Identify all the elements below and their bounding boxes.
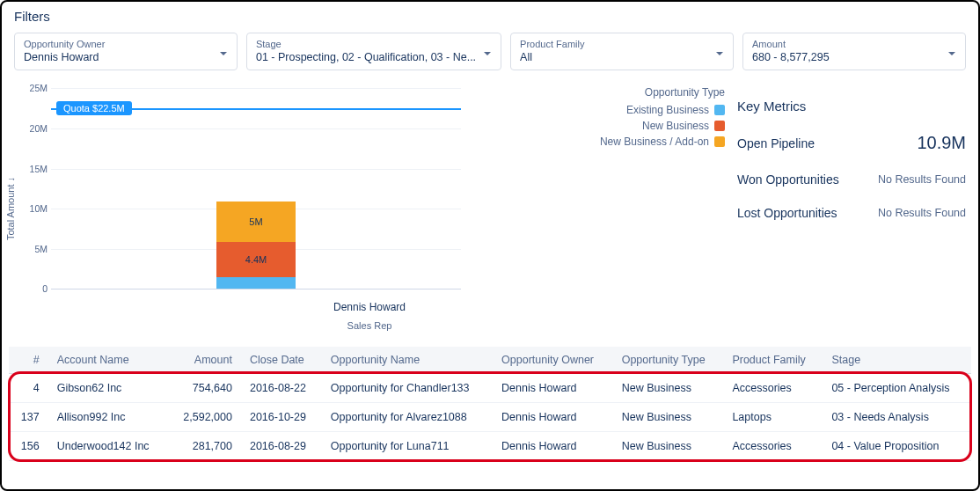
y-tick-label: 20M bbox=[21, 123, 48, 134]
table-cell: New Business bbox=[613, 432, 724, 461]
table-cell: Allison992 Inc bbox=[48, 403, 169, 432]
metric-lost-opportunities: Lost Opportunities No Results Found bbox=[737, 206, 966, 220]
metrics-heading: Key Metrics bbox=[737, 99, 966, 114]
filter-value: Dennis Howard bbox=[24, 50, 228, 64]
table-cell: 05 - Perception Analysis bbox=[823, 374, 971, 403]
metric-label: Lost Opportunities bbox=[737, 206, 837, 220]
col-account-name[interactable]: Account Name bbox=[48, 347, 169, 374]
y-tick-label: 25M bbox=[21, 83, 48, 93]
metric-value: No Results Found bbox=[878, 207, 966, 219]
legend-item: Existing Business bbox=[600, 104, 725, 116]
col-close-date[interactable]: Close Date bbox=[241, 347, 322, 374]
opportunities-table: # Account Name Amount Close Date Opportu… bbox=[9, 347, 971, 461]
legend-label: New Business / Add-on bbox=[600, 136, 709, 148]
table-cell: Accessories bbox=[723, 432, 823, 461]
bar-segment bbox=[216, 277, 296, 289]
legend-swatch bbox=[714, 121, 725, 131]
chevron-down-icon bbox=[219, 48, 228, 56]
bar-segment: 4.4M bbox=[216, 242, 296, 277]
filter-label: Opportunity Owner bbox=[24, 39, 228, 50]
table-cell: 281,700 bbox=[168, 432, 241, 461]
table-cell: Dennis Howard bbox=[493, 374, 613, 403]
table-cell: 156 bbox=[9, 432, 48, 461]
col-opportunity-type[interactable]: Opportunity Type bbox=[613, 347, 724, 374]
table-row[interactable]: 137Allison992 Inc2,592,0002016-10-29Oppo… bbox=[9, 403, 971, 432]
legend-item: New Business bbox=[600, 120, 725, 132]
table-cell: 2016-08-29 bbox=[241, 432, 322, 461]
chevron-down-icon bbox=[715, 48, 724, 56]
filter-stage[interactable]: Stage 01 - Prospecting, 02 - Qualificati… bbox=[246, 33, 501, 70]
col-index[interactable]: # bbox=[9, 347, 48, 374]
metric-value: No Results Found bbox=[878, 173, 966, 186]
legend-label: New Business bbox=[642, 120, 709, 132]
table-cell: Opportunity for Chandler133 bbox=[322, 374, 493, 403]
table-cell: Opportunity for Alvarez1088 bbox=[322, 403, 493, 432]
table-row[interactable]: 156Underwood142 Inc281,7002016-08-29Oppo… bbox=[9, 432, 971, 461]
legend-item: New Business / Add-on bbox=[600, 136, 725, 148]
table-cell: New Business bbox=[613, 403, 724, 432]
filter-value: 680 - 8,577,295 bbox=[752, 50, 956, 64]
y-tick-label: 5M bbox=[21, 244, 48, 254]
filter-product-family[interactable]: Product Family All bbox=[510, 33, 734, 70]
legend-swatch bbox=[714, 105, 725, 115]
metric-open-pipeline: Open Pipeline 10.9M bbox=[737, 133, 966, 153]
table-cell: Accessories bbox=[723, 374, 823, 403]
metric-won-opportunities: Won Opportunities No Results Found bbox=[737, 172, 966, 187]
col-product-family[interactable]: Product Family bbox=[723, 347, 823, 374]
table-cell: 2016-10-29 bbox=[241, 403, 322, 432]
table-cell: Underwood142 Inc bbox=[48, 432, 169, 461]
col-opportunity-owner[interactable]: Opportunity Owner bbox=[493, 347, 613, 374]
key-metrics-panel: Key Metrics Open Pipeline 10.9M Won Oppo… bbox=[737, 81, 966, 336]
filter-value: All bbox=[520, 50, 724, 64]
table-cell: Dennis Howard bbox=[493, 432, 613, 461]
y-axis-label: Total Amount ↓ bbox=[5, 177, 16, 240]
table-row[interactable]: 4Gibson62 Inc754,6402016-08-22Opportunit… bbox=[9, 374, 971, 403]
table-cell: Dennis Howard bbox=[493, 403, 613, 432]
metric-label: Won Opportunities bbox=[737, 172, 839, 187]
metric-label: Open Pipeline bbox=[737, 136, 815, 150]
table-cell: Laptops bbox=[723, 403, 823, 432]
y-tick-label: 15M bbox=[21, 164, 48, 174]
x-category-label: Dennis Howard bbox=[333, 301, 406, 313]
table-cell: 2016-08-22 bbox=[241, 374, 322, 403]
filter-label: Amount bbox=[752, 39, 956, 50]
metric-value: 10.9M bbox=[917, 133, 966, 153]
legend-label: Existing Business bbox=[626, 104, 709, 116]
data-table-wrap: # Account Name Amount Close Date Opportu… bbox=[2, 336, 978, 461]
chart-area: Opportunity Type Existing Business New B… bbox=[14, 81, 725, 336]
bar-stack[interactable]: 5M4.4M bbox=[216, 202, 296, 289]
table-cell: 754,640 bbox=[168, 374, 241, 403]
chart-legend: Opportunity Type Existing Business New B… bbox=[600, 86, 725, 151]
filter-opportunity-owner[interactable]: Opportunity Owner Dennis Howard bbox=[14, 33, 238, 70]
y-tick-label: 10M bbox=[21, 203, 48, 214]
table-cell: 137 bbox=[9, 403, 48, 432]
filter-label: Stage bbox=[256, 39, 492, 50]
table-cell: Gibson62 Inc bbox=[48, 374, 169, 403]
col-opportunity-name[interactable]: Opportunity Name bbox=[322, 347, 493, 374]
filter-label: Product Family bbox=[520, 39, 724, 50]
table-cell: 2,592,000 bbox=[168, 403, 241, 432]
y-tick-label: 0 bbox=[21, 283, 48, 294]
quota-badge: Quota $22.5M bbox=[56, 101, 132, 115]
legend-swatch bbox=[714, 136, 725, 147]
table-cell: 4 bbox=[9, 374, 48, 403]
table-cell: Opportunity for Luna711 bbox=[322, 432, 493, 461]
col-amount[interactable]: Amount bbox=[168, 347, 241, 374]
table-header-row: # Account Name Amount Close Date Opportu… bbox=[9, 347, 971, 374]
filters-heading: Filters bbox=[2, 2, 978, 27]
filter-amount[interactable]: Amount 680 - 8,577,295 bbox=[742, 33, 966, 70]
chart-plot: 05M10M15M20M25MQuota $22.5M5M4.4M bbox=[51, 88, 461, 289]
filters-row: Opportunity Owner Dennis Howard Stage 01… bbox=[2, 27, 978, 81]
chevron-down-icon bbox=[483, 48, 492, 56]
chevron-down-icon bbox=[947, 48, 956, 56]
table-cell: 03 - Needs Analysis bbox=[823, 403, 971, 432]
table-cell: 04 - Value Proposition bbox=[823, 432, 971, 461]
legend-title: Opportunity Type bbox=[600, 86, 725, 99]
bar-segment: 5M bbox=[216, 202, 296, 242]
table-cell: New Business bbox=[613, 374, 724, 403]
filter-value: 01 - Prospecting, 02 - Qualification, 03… bbox=[256, 50, 492, 64]
col-stage[interactable]: Stage bbox=[823, 347, 971, 374]
x-axis-label: Sales Rep bbox=[347, 320, 392, 331]
